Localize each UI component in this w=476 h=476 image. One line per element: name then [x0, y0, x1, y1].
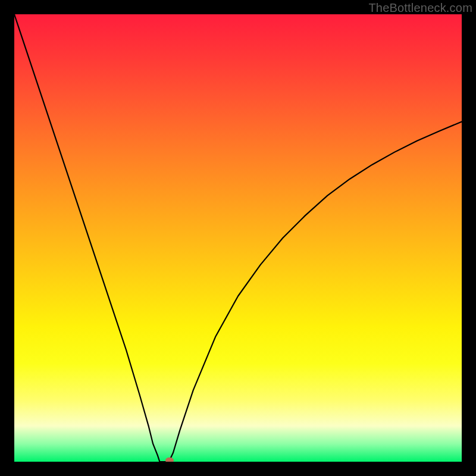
watermark-text: TheBottleneck.com	[368, 1, 472, 15]
plot-area	[14, 14, 462, 462]
chart-stage: TheBottleneck.com	[0, 0, 476, 476]
